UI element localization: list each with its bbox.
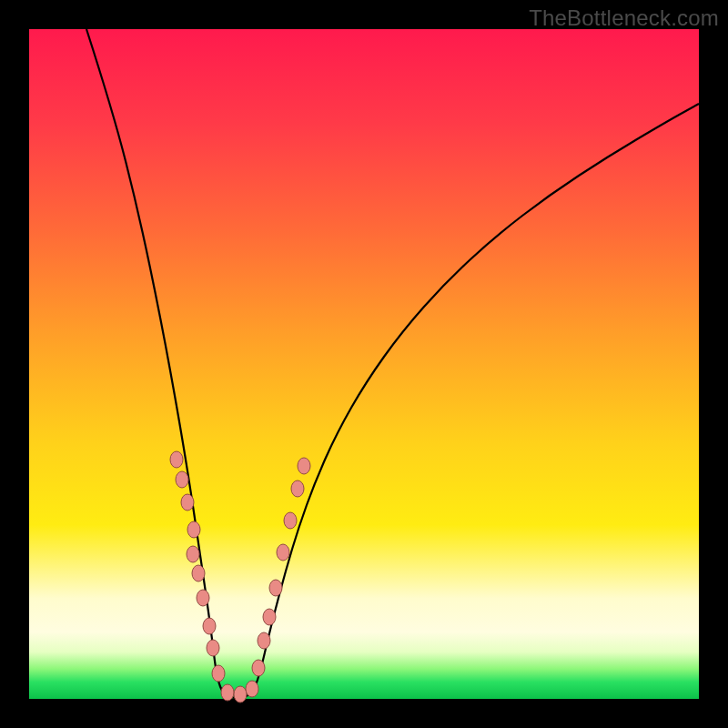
highlight-marker xyxy=(187,546,199,562)
highlight-marker xyxy=(252,660,265,676)
highlight-marker xyxy=(192,565,205,581)
highlight-marker xyxy=(170,451,183,468)
highlight-marker xyxy=(221,684,234,701)
highlight-marker xyxy=(263,609,276,625)
highlight-marker xyxy=(277,544,289,561)
highlight-marker xyxy=(284,512,297,529)
chart-svg xyxy=(29,29,699,699)
highlight-marker xyxy=(176,471,188,488)
plot-area xyxy=(29,29,699,699)
highlight-marker xyxy=(269,580,282,596)
highlight-marker xyxy=(298,458,310,474)
highlight-marker xyxy=(234,686,247,703)
highlight-marker xyxy=(181,494,194,511)
highlight-marker xyxy=(207,640,219,656)
bottleneck-curve xyxy=(86,29,699,698)
highlight-marker xyxy=(187,521,200,538)
highlight-marker xyxy=(197,590,209,606)
watermark-text: TheBottleneck.com xyxy=(529,5,719,31)
highlight-marker xyxy=(258,632,270,649)
highlight-marker xyxy=(246,681,258,697)
highlight-marker xyxy=(212,665,225,682)
highlight-marker xyxy=(291,480,304,497)
highlight-marker xyxy=(203,618,216,634)
chart-frame: TheBottleneck.com xyxy=(0,0,728,728)
